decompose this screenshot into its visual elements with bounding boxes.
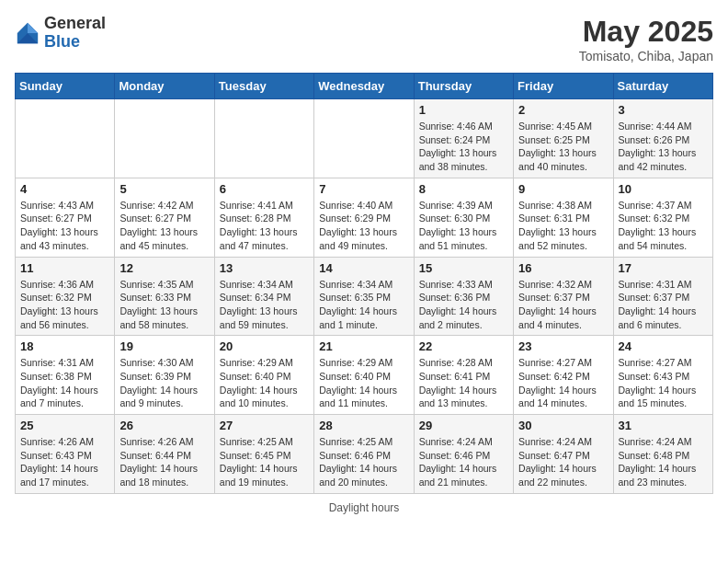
day-info: Sunrise: 4:41 AMSunset: 6:28 PMDaylight:… bbox=[220, 199, 309, 253]
day-info: Sunrise: 4:38 AMSunset: 6:31 PMDaylight:… bbox=[518, 199, 608, 253]
day-number: 8 bbox=[419, 182, 508, 196]
calendar-cell: 2Sunrise: 4:45 AMSunset: 6:25 PMDaylight… bbox=[514, 99, 613, 178]
daylight-label: Daylight hours bbox=[329, 501, 400, 514]
day-number: 22 bbox=[419, 339, 508, 353]
day-info: Sunrise: 4:26 AMSunset: 6:43 PMDaylight:… bbox=[20, 435, 109, 489]
calendar-cell bbox=[314, 99, 414, 178]
calendar-cell: 10Sunrise: 4:37 AMSunset: 6:32 PMDayligh… bbox=[613, 178, 712, 257]
day-number: 3 bbox=[619, 103, 708, 117]
logo-text: General Blue bbox=[44, 15, 106, 52]
day-number: 29 bbox=[419, 419, 508, 432]
weekday-header-wednesday: Wednesday bbox=[314, 74, 414, 99]
day-number: 1 bbox=[419, 103, 508, 117]
week-row-1: 1Sunrise: 4:46 AMSunset: 6:24 PMDaylight… bbox=[16, 99, 713, 178]
day-number: 30 bbox=[518, 419, 608, 432]
day-info: Sunrise: 4:27 AMSunset: 6:42 PMDaylight:… bbox=[518, 356, 608, 410]
logo-icon bbox=[15, 20, 40, 46]
day-info: Sunrise: 4:24 AMSunset: 6:47 PMDaylight:… bbox=[518, 435, 608, 489]
day-number: 13 bbox=[220, 261, 309, 275]
calendar-cell bbox=[115, 99, 214, 178]
footer-note: Daylight hours bbox=[15, 501, 713, 514]
calendar-cell: 5Sunrise: 4:42 AMSunset: 6:27 PMDaylight… bbox=[115, 178, 214, 257]
day-info: Sunrise: 4:40 AMSunset: 6:29 PMDaylight:… bbox=[319, 199, 408, 253]
day-info: Sunrise: 4:24 AMSunset: 6:46 PMDaylight:… bbox=[419, 435, 508, 489]
day-info: Sunrise: 4:35 AMSunset: 6:33 PMDaylight:… bbox=[119, 278, 209, 332]
calendar-cell: 7Sunrise: 4:40 AMSunset: 6:29 PMDaylight… bbox=[314, 178, 414, 257]
day-info: Sunrise: 4:30 AMSunset: 6:39 PMDaylight:… bbox=[119, 356, 209, 410]
day-info: Sunrise: 4:34 AMSunset: 6:35 PMDaylight:… bbox=[319, 278, 408, 332]
day-number: 4 bbox=[20, 182, 109, 196]
day-info: Sunrise: 4:46 AMSunset: 6:24 PMDaylight:… bbox=[419, 120, 508, 174]
week-row-4: 18Sunrise: 4:31 AMSunset: 6:38 PMDayligh… bbox=[16, 336, 713, 415]
day-info: Sunrise: 4:43 AMSunset: 6:27 PMDaylight:… bbox=[20, 199, 109, 253]
calendar-cell: 14Sunrise: 4:34 AMSunset: 6:35 PMDayligh… bbox=[314, 257, 414, 336]
day-number: 18 bbox=[20, 339, 109, 353]
calendar-cell: 31Sunrise: 4:24 AMSunset: 6:48 PMDayligh… bbox=[613, 415, 712, 494]
calendar-cell: 11Sunrise: 4:36 AMSunset: 6:32 PMDayligh… bbox=[16, 257, 115, 336]
day-number: 5 bbox=[119, 182, 209, 196]
calendar-cell bbox=[16, 99, 115, 178]
calendar-cell: 15Sunrise: 4:33 AMSunset: 6:36 PMDayligh… bbox=[414, 257, 513, 336]
day-number: 16 bbox=[518, 261, 608, 275]
calendar-cell: 24Sunrise: 4:27 AMSunset: 6:43 PMDayligh… bbox=[613, 336, 712, 415]
calendar-cell: 28Sunrise: 4:25 AMSunset: 6:46 PMDayligh… bbox=[314, 415, 414, 494]
day-info: Sunrise: 4:31 AMSunset: 6:38 PMDaylight:… bbox=[20, 356, 109, 410]
month-title: May 2025 bbox=[579, 15, 713, 49]
day-number: 23 bbox=[518, 339, 608, 353]
calendar-cell: 30Sunrise: 4:24 AMSunset: 6:47 PMDayligh… bbox=[514, 415, 613, 494]
calendar-cell: 18Sunrise: 4:31 AMSunset: 6:38 PMDayligh… bbox=[16, 336, 115, 415]
day-info: Sunrise: 4:24 AMSunset: 6:48 PMDaylight:… bbox=[619, 435, 708, 489]
calendar-cell: 19Sunrise: 4:30 AMSunset: 6:39 PMDayligh… bbox=[115, 336, 214, 415]
day-number: 27 bbox=[220, 419, 309, 432]
day-number: 19 bbox=[119, 339, 209, 353]
calendar-cell: 8Sunrise: 4:39 AMSunset: 6:30 PMDaylight… bbox=[414, 178, 513, 257]
day-number: 6 bbox=[220, 182, 309, 196]
title-area: May 2025 Tomisato, Chiba, Japan bbox=[579, 15, 713, 63]
calendar-cell: 9Sunrise: 4:38 AMSunset: 6:31 PMDaylight… bbox=[514, 178, 613, 257]
day-number: 10 bbox=[619, 182, 708, 196]
day-info: Sunrise: 4:44 AMSunset: 6:26 PMDaylight:… bbox=[619, 120, 708, 174]
day-number: 25 bbox=[20, 419, 109, 432]
calendar-cell: 6Sunrise: 4:41 AMSunset: 6:28 PMDaylight… bbox=[214, 178, 313, 257]
calendar-cell: 17Sunrise: 4:31 AMSunset: 6:37 PMDayligh… bbox=[613, 257, 712, 336]
weekday-header-friday: Friday bbox=[514, 74, 613, 99]
day-info: Sunrise: 4:29 AMSunset: 6:40 PMDaylight:… bbox=[220, 356, 309, 410]
location-subtitle: Tomisato, Chiba, Japan bbox=[579, 49, 713, 63]
day-number: 7 bbox=[319, 182, 408, 196]
day-info: Sunrise: 4:26 AMSunset: 6:44 PMDaylight:… bbox=[119, 435, 209, 489]
day-number: 17 bbox=[619, 261, 708, 275]
day-info: Sunrise: 4:36 AMSunset: 6:32 PMDaylight:… bbox=[20, 278, 109, 332]
calendar-cell: 25Sunrise: 4:26 AMSunset: 6:43 PMDayligh… bbox=[16, 415, 115, 494]
calendar-cell: 27Sunrise: 4:25 AMSunset: 6:45 PMDayligh… bbox=[214, 415, 313, 494]
svg-marker-1 bbox=[28, 23, 38, 33]
day-info: Sunrise: 4:39 AMSunset: 6:30 PMDaylight:… bbox=[419, 199, 508, 253]
calendar-cell: 16Sunrise: 4:32 AMSunset: 6:37 PMDayligh… bbox=[514, 257, 613, 336]
calendar-cell: 29Sunrise: 4:24 AMSunset: 6:46 PMDayligh… bbox=[414, 415, 513, 494]
calendar-cell: 13Sunrise: 4:34 AMSunset: 6:34 PMDayligh… bbox=[214, 257, 313, 336]
day-number: 28 bbox=[319, 419, 408, 432]
calendar-cell: 20Sunrise: 4:29 AMSunset: 6:40 PMDayligh… bbox=[214, 336, 313, 415]
calendar-cell: 1Sunrise: 4:46 AMSunset: 6:24 PMDaylight… bbox=[414, 99, 513, 178]
day-info: Sunrise: 4:45 AMSunset: 6:25 PMDaylight:… bbox=[518, 120, 608, 174]
day-number: 24 bbox=[619, 339, 708, 353]
day-info: Sunrise: 4:32 AMSunset: 6:37 PMDaylight:… bbox=[518, 278, 608, 332]
day-number: 26 bbox=[119, 419, 209, 432]
calendar-cell: 22Sunrise: 4:28 AMSunset: 6:41 PMDayligh… bbox=[414, 336, 513, 415]
day-number: 15 bbox=[419, 261, 508, 275]
day-info: Sunrise: 4:27 AMSunset: 6:43 PMDaylight:… bbox=[619, 356, 708, 410]
calendar-table: SundayMondayTuesdayWednesdayThursdayFrid… bbox=[15, 73, 713, 494]
day-number: 9 bbox=[518, 182, 608, 196]
weekday-header-saturday: Saturday bbox=[613, 74, 712, 99]
week-row-5: 25Sunrise: 4:26 AMSunset: 6:43 PMDayligh… bbox=[16, 415, 713, 494]
day-info: Sunrise: 4:25 AMSunset: 6:45 PMDaylight:… bbox=[220, 435, 309, 489]
calendar-cell bbox=[214, 99, 313, 178]
day-info: Sunrise: 4:28 AMSunset: 6:41 PMDaylight:… bbox=[419, 356, 508, 410]
day-number: 11 bbox=[20, 261, 109, 275]
calendar-cell: 26Sunrise: 4:26 AMSunset: 6:44 PMDayligh… bbox=[115, 415, 214, 494]
calendar-cell: 3Sunrise: 4:44 AMSunset: 6:26 PMDaylight… bbox=[613, 99, 712, 178]
day-number: 14 bbox=[319, 261, 408, 275]
day-number: 20 bbox=[220, 339, 309, 353]
weekday-header-sunday: Sunday bbox=[16, 74, 115, 99]
weekday-header-monday: Monday bbox=[115, 74, 214, 99]
day-number: 12 bbox=[119, 261, 209, 275]
